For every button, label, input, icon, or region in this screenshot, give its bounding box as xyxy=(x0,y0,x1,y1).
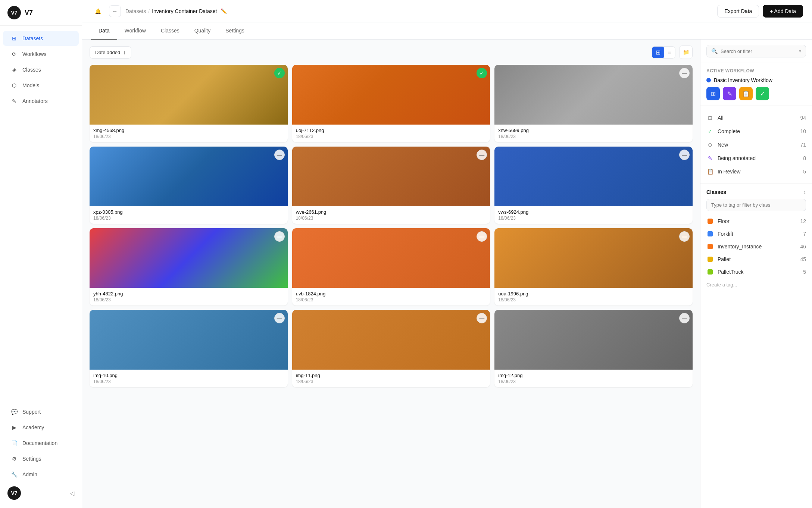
app-title: V7 xyxy=(25,9,33,17)
back-button[interactable]: ← xyxy=(109,5,121,17)
sidebar-bottom: 💬 Support ▶ Academy 📄 Documentation ⚙ Se… xyxy=(0,399,82,508)
status-badge: — xyxy=(274,313,285,323)
active-workflow-label: Active workflow xyxy=(706,68,806,73)
class-item-floor[interactable]: Floor 12 xyxy=(706,215,806,228)
tab-workflow[interactable]: Workflow xyxy=(117,22,153,40)
status-item-left: ⊡ All xyxy=(706,114,724,122)
workflow-stage-complete[interactable]: ✓ xyxy=(756,87,769,100)
image-name: img-12.png xyxy=(498,373,689,378)
image-card[interactable]: — yhh-4822.png 18/06/23 xyxy=(90,228,288,305)
sidebar: V7 V7 ⊞ Datasets ⟳ Workflows ◈ Classes ⬡… xyxy=(0,0,82,508)
sidebar-item-settings[interactable]: ⚙ Settings xyxy=(3,451,79,466)
status-item-complete[interactable]: ✓ Complete 10 xyxy=(706,125,806,138)
sidebar-item-admin[interactable]: 🔧 Admin xyxy=(3,467,79,482)
breadcrumb-root[interactable]: Datasets xyxy=(125,8,146,14)
settings-icon: ⚙ xyxy=(10,455,18,462)
status-item-all[interactable]: ⊡ All 94 xyxy=(706,111,806,125)
sort-button[interactable]: Date added ↕ xyxy=(90,46,131,59)
image-name: uoa-1996.png xyxy=(498,291,689,297)
sidebar-item-models[interactable]: ⬡ Models xyxy=(3,78,79,93)
image-name: yhh-4822.png xyxy=(93,291,284,297)
search-dropdown-arrow[interactable]: ▾ xyxy=(799,48,801,54)
class-color-icon-inventory_instance xyxy=(706,243,714,250)
image-grid: ✓ xmg-4568.png 18/06/23 ✓ uoj-7112.png 1… xyxy=(90,65,693,387)
sidebar-item-academy[interactable]: ▶ Academy xyxy=(3,420,79,435)
image-name: xmg-4568.png xyxy=(93,128,284,133)
data-panel: Date added ↕ ⊞ ≡ 📁 ✓ xmg-4568.png xyxy=(82,40,700,508)
image-card[interactable]: — xpz-0305.png 18/06/23 xyxy=(90,147,288,224)
breadcrumb-current: Inventory Container Dataset xyxy=(152,8,217,14)
image-thumbnail: — xyxy=(292,228,490,288)
search-icon: 🔍 xyxy=(711,48,718,54)
image-date: 18/06/23 xyxy=(498,134,689,139)
classes-sort-icon[interactable]: ↕ xyxy=(803,189,806,195)
class-list: Floor 12 Forklift 7 Inventory_Instance 4… xyxy=(706,215,806,278)
grid-view-button[interactable]: ⊞ xyxy=(652,47,664,58)
logo-icon[interactable]: V7 xyxy=(7,6,21,19)
image-card[interactable]: — vws-6924.png 18/06/23 xyxy=(494,147,693,224)
image-card[interactable]: — uvb-1824.png 18/06/23 xyxy=(292,228,490,305)
class-item-pallet[interactable]: Pallet 45 xyxy=(706,253,806,266)
sidebar-label-workflows: Workflows xyxy=(22,51,46,57)
status-item-new[interactable]: ⊖ New 71 xyxy=(706,138,806,151)
tab-settings[interactable]: Settings xyxy=(218,22,252,40)
workflow-name: Basic Inventory Workflow xyxy=(714,77,772,83)
export-data-button[interactable]: Export Data xyxy=(717,5,759,18)
status-item-left: 📋 In Review xyxy=(706,168,740,175)
class-item-inventory_instance[interactable]: Inventory_Instance 46 xyxy=(706,240,806,253)
sidebar-item-support[interactable]: 💬 Support xyxy=(3,404,79,419)
collapse-sidebar-button[interactable]: ◁ xyxy=(70,490,74,497)
image-card[interactable]: ✓ xmg-4568.png 18/06/23 xyxy=(90,65,288,142)
footer-logo[interactable]: V7 xyxy=(7,486,21,500)
class-left: Forklift xyxy=(706,230,733,238)
workflows-icon: ⟳ xyxy=(10,50,18,58)
class-search-input[interactable] xyxy=(711,202,801,208)
view-toggle: ⊞ ≡ xyxy=(652,46,675,59)
status-item-being_annotated[interactable]: ✎ Being annotated 8 xyxy=(706,151,806,165)
sidebar-item-classes[interactable]: ◈ Classes xyxy=(3,62,79,77)
image-date: 18/06/23 xyxy=(296,134,487,139)
tab-data[interactable]: Data xyxy=(91,22,117,40)
workflow-stage-grid[interactable]: ⊞ xyxy=(706,87,720,100)
image-info: img-12.png 18/06/23 xyxy=(494,370,693,387)
workflow-stage-review[interactable]: 📋 xyxy=(739,87,753,100)
sidebar-nav: ⊞ Datasets ⟳ Workflows ◈ Classes ⬡ Model… xyxy=(0,26,82,399)
sidebar-item-annotators[interactable]: ✎ Annotators xyxy=(3,94,79,109)
image-card[interactable]: — img-11.png 18/06/23 xyxy=(292,310,490,387)
sort-icon: ↕ xyxy=(123,50,126,55)
folder-view-button[interactable]: 📁 xyxy=(679,46,693,59)
image-card[interactable]: — img-12.png 18/06/23 xyxy=(494,310,693,387)
class-item-pallet_truck[interactable]: PalletTruck 5 xyxy=(706,266,806,278)
image-card[interactable]: — img-10.png 18/06/23 xyxy=(90,310,288,387)
image-card[interactable]: — uoa-1996.png 18/06/23 xyxy=(494,228,693,305)
image-name: xnw-5699.png xyxy=(498,128,689,133)
workflow-stage-annotate[interactable]: ✎ xyxy=(723,87,736,100)
image-card[interactable]: — wve-2661.png 18/06/23 xyxy=(292,147,490,224)
add-data-button[interactable]: + Add Data xyxy=(763,5,803,18)
create-tag-hint[interactable]: Create a tag... xyxy=(706,278,806,291)
sidebar-item-workflows[interactable]: ⟳ Workflows xyxy=(3,47,79,62)
status-icon-complete: ✓ xyxy=(706,128,714,135)
notification-bell[interactable]: 🔔 xyxy=(91,4,104,18)
tab-classes[interactable]: Classes xyxy=(153,22,187,40)
active-workflow-section: Active workflow Basic Inventory Workflow… xyxy=(700,63,812,106)
status-icon-in_review: 📋 xyxy=(706,168,714,175)
status-item-in_review[interactable]: 📋 In Review 5 xyxy=(706,165,806,178)
image-card[interactable]: — xnw-5699.png 18/06/23 xyxy=(494,65,693,142)
status-badge: — xyxy=(477,313,487,323)
sidebar-item-documentation[interactable]: 📄 Documentation xyxy=(3,436,79,451)
status-item-left: ✓ Complete xyxy=(706,128,740,135)
right-sidebar-search: 🔍 ▾ xyxy=(700,40,812,63)
sidebar-label-settings: Settings xyxy=(22,456,41,462)
status-badge: — xyxy=(274,231,285,242)
edit-dataset-name-icon[interactable]: ✏️ xyxy=(221,8,227,14)
list-view-button[interactable]: ≡ xyxy=(664,47,675,58)
tab-quality[interactable]: Quality xyxy=(187,22,218,40)
sidebar-label-academy: Academy xyxy=(22,424,44,430)
image-card[interactable]: ✓ uoj-7112.png 18/06/23 xyxy=(292,65,490,142)
class-item-forklift[interactable]: Forklift 7 xyxy=(706,228,806,240)
annotators-icon: ✎ xyxy=(10,97,18,105)
search-input[interactable] xyxy=(721,48,796,54)
sidebar-item-datasets[interactable]: ⊞ Datasets xyxy=(3,31,79,46)
class-left: PalletTruck xyxy=(706,268,744,276)
